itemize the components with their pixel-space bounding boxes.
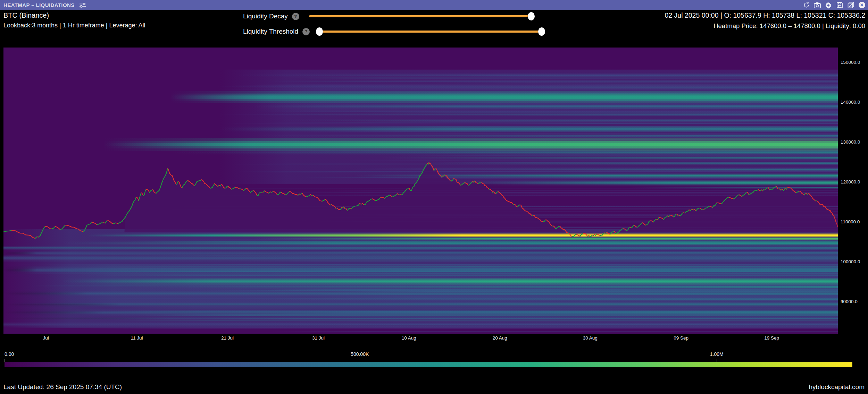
slider-controls: Liquidity Decay ? Liquidity Threshold ? <box>243 11 542 42</box>
help-icon[interactable]: ? <box>302 28 310 35</box>
liquidity-decay-label: Liquidity Decay <box>243 12 288 20</box>
save-icon[interactable] <box>836 2 843 9</box>
help-icon[interactable]: ? <box>292 13 299 20</box>
date-axis: Jul11 Jul21 Jul31 Jul10 Aug20 Aug30 Aug0… <box>3 335 838 342</box>
crosshair-readout: 02 Jul 2025 00:00 | O: 105637.9 H: 10573… <box>665 11 865 30</box>
liquidity-threshold-label: Liquidity Threshold <box>243 28 298 35</box>
threshold-thumb-high[interactable] <box>538 27 545 36</box>
colorbar-label: 1.00M <box>710 351 724 357</box>
slider-track <box>309 15 531 17</box>
app-window: HEATMAP – LIQUIDATIONS <box>0 0 868 394</box>
date-tick-label: 30 Aug <box>583 335 598 341</box>
price-tick-label: 90000.0 <box>841 299 858 304</box>
ohlc-readout: 02 Jul 2025 00:00 | O: 105637.9 H: 10573… <box>665 11 865 19</box>
colorbar-label: 500.00K <box>351 351 369 357</box>
header-actions: ✕ <box>799 0 865 10</box>
heatmap-price-readout: Heatmap Price: 147600.0 – 147800.0 | Liq… <box>665 22 865 30</box>
colorbar-ticks <box>5 359 852 362</box>
date-tick-label: 11 Jul <box>131 335 143 341</box>
colorbar-gradient <box>5 362 852 367</box>
close-icon[interactable]: ✕ <box>858 2 865 9</box>
refresh-icon[interactable] <box>803 2 810 9</box>
price-tick-label: 100000.0 <box>841 259 860 264</box>
title-bar: HEATMAP – LIQUIDATIONS <box>0 0 868 10</box>
symbol-label: BTC (Binance) <box>3 11 49 19</box>
liquidity-decay-row: Liquidity Decay ? <box>243 11 542 21</box>
lookback-label: Lookback:3 months | 1 Hr timeframe | Lev… <box>3 22 145 29</box>
decay-thumb[interactable] <box>528 12 535 20</box>
site-label: hyblockcapital.com <box>809 383 865 391</box>
date-tick-label: 31 Jul <box>312 335 325 341</box>
price-tick-label: 140000.0 <box>841 100 860 105</box>
price-tick-label: 110000.0 <box>841 219 860 224</box>
slider-track <box>319 31 542 33</box>
tune-icon[interactable] <box>79 2 86 9</box>
date-tick-label: 20 Aug <box>493 335 507 341</box>
compare-icon[interactable] <box>847 2 854 9</box>
gear-icon[interactable] <box>825 2 832 9</box>
price-tick-label: 150000.0 <box>841 60 860 65</box>
heatmap-canvas[interactable] <box>3 48 838 334</box>
date-tick-label: Jul <box>43 335 49 341</box>
price-axis: 150000.0140000.0130000.0120000.0110000.0… <box>841 48 868 334</box>
colorbar-label: 0.00 <box>5 351 14 357</box>
window-title: HEATMAP – LIQUIDATIONS <box>3 2 75 8</box>
liquidity-decay-slider[interactable] <box>309 11 531 21</box>
date-tick-label: 09 Sep <box>674 335 688 341</box>
date-tick-label: 21 Jul <box>221 335 234 341</box>
date-tick-label: 10 Aug <box>402 335 416 341</box>
date-tick-label: 19 Sep <box>764 335 779 341</box>
price-tick-label: 130000.0 <box>841 139 860 145</box>
colorbar-labels: 0.00500.00K1.00M <box>5 351 852 358</box>
liquidity-threshold-row: Liquidity Threshold ? <box>243 27 542 36</box>
price-tick-label: 120000.0 <box>841 179 860 185</box>
heatmap-chart[interactable] <box>3 48 838 334</box>
liquidity-threshold-slider[interactable] <box>319 27 542 36</box>
last-updated-label: Last Updated: 26 Sep 2025 07:34 (UTC) <box>3 383 122 391</box>
camera-icon[interactable] <box>814 2 821 9</box>
threshold-thumb-low[interactable] <box>316 27 323 36</box>
